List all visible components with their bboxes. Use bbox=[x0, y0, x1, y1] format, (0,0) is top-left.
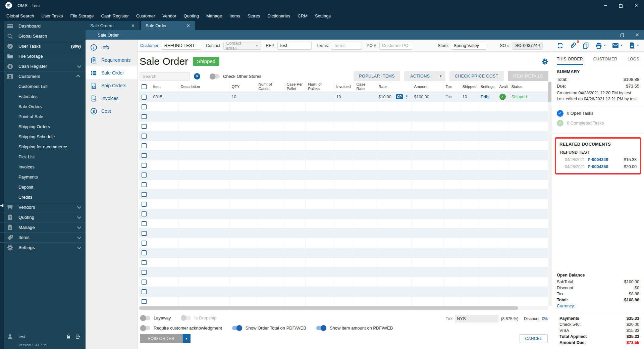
nav-item-invoices[interactable]: IN Invoices bbox=[86, 92, 137, 105]
tab-this-order[interactable]: THIS ORDER bbox=[557, 57, 583, 65]
scrollbar-thumb[interactable] bbox=[548, 82, 551, 102]
tab-close-icon[interactable]: ✕ bbox=[186, 23, 190, 28]
tab-logs[interactable]: LOGS bbox=[628, 57, 639, 65]
row-checkbox[interactable] bbox=[142, 289, 147, 294]
terms-input[interactable] bbox=[331, 42, 362, 50]
row-checkbox[interactable] bbox=[142, 134, 147, 139]
sidebar-item-customers-list[interactable]: Customers List bbox=[0, 81, 86, 91]
sidebar-item-payments[interactable]: Payments bbox=[0, 172, 86, 182]
completed-tasks-item[interactable]: ✓ 0 Completed Tasks bbox=[557, 120, 639, 127]
sidebar-item-user-tasks[interactable]: User Tasks (809) bbox=[0, 41, 86, 51]
row-checkbox[interactable] bbox=[142, 241, 147, 246]
sidebar-item-point-of-sale[interactable]: Point of Sale bbox=[0, 111, 86, 121]
item-details-button[interactable]: ITEM DETAILS bbox=[508, 71, 548, 81]
menu-customer[interactable]: Customer bbox=[132, 13, 159, 18]
row-checkbox[interactable] bbox=[142, 280, 147, 285]
nav-item-info[interactable]: Info bbox=[86, 41, 137, 54]
sidebar-collapse-arrow[interactable]: ◀ bbox=[0, 203, 3, 208]
chevron-down-icon[interactable]: ▼ bbox=[182, 334, 191, 343]
grid-settings-gear-icon[interactable] bbox=[541, 58, 548, 65]
menu-stores[interactable]: Stores bbox=[244, 13, 264, 18]
sidebar-item-quoting[interactable]: ? Quoting bbox=[0, 212, 86, 222]
copy-icon[interactable] bbox=[582, 42, 589, 49]
row-checkbox[interactable] bbox=[142, 143, 147, 148]
menu-settings[interactable]: Settings bbox=[311, 13, 334, 18]
sidebar-item-file-storage[interactable]: File Storage bbox=[0, 51, 86, 61]
sidebar-item-shipping-orders[interactable]: Shipping Orders bbox=[0, 121, 86, 132]
row-checkbox[interactable] bbox=[142, 95, 147, 100]
vertical-scrollbar[interactable] bbox=[548, 82, 552, 306]
sidebar-item-dashboard[interactable]: Dashboard bbox=[0, 21, 86, 31]
actions-button[interactable]: ACTIONS ▼ bbox=[404, 71, 445, 81]
nav-item-requirements[interactable]: Requirements bbox=[86, 54, 137, 66]
void-order-button[interactable]: VOID ORDER ▼ bbox=[140, 334, 191, 343]
row-checkbox[interactable] bbox=[142, 221, 147, 226]
is-dropship-toggle[interactable] bbox=[181, 316, 191, 320]
row-checkbox[interactable] bbox=[142, 260, 147, 265]
minimize-button[interactable] bbox=[598, 0, 613, 11]
menu-dictionaries[interactable]: Dictionaries bbox=[264, 13, 294, 18]
nav-item-ship-orders[interactable]: SH Ship Orders bbox=[86, 79, 137, 92]
check-price-cost-button[interactable]: CHECK PRICE COST bbox=[449, 71, 504, 81]
sidebar-item-global-search[interactable]: Global Search bbox=[0, 31, 86, 41]
row-checkbox[interactable] bbox=[142, 163, 147, 168]
row-checkbox[interactable] bbox=[142, 114, 147, 119]
menu-items[interactable]: Items bbox=[226, 13, 244, 18]
menu-global-search[interactable]: Global Search bbox=[3, 13, 38, 18]
edit-settings-link[interactable]: Edit bbox=[481, 94, 489, 99]
currency-link[interactable]: Currency: bbox=[557, 304, 639, 308]
nav-item-cost[interactable]: $ Cost bbox=[86, 105, 137, 117]
search-input[interactable] bbox=[140, 72, 190, 81]
logout-icon[interactable] bbox=[75, 334, 81, 340]
row-checkbox[interactable] bbox=[142, 211, 147, 216]
store-input[interactable] bbox=[451, 42, 486, 50]
attachment-icon[interactable]: 0 bbox=[570, 42, 577, 49]
close-button[interactable]: ✕ bbox=[629, 0, 644, 11]
row-checkbox[interactable] bbox=[142, 172, 147, 178]
check-other-stores-toggle[interactable] bbox=[210, 74, 220, 79]
row-menu-dots-icon[interactable]: ⋮ bbox=[405, 94, 409, 99]
row-checkbox[interactable] bbox=[142, 299, 147, 304]
require-ack-toggle[interactable] bbox=[140, 326, 150, 330]
export-document-icon[interactable]: ▼ bbox=[629, 42, 639, 49]
sidebar-item-customers[interactable]: Customers bbox=[0, 71, 86, 81]
menu-crm[interactable]: CRM bbox=[294, 13, 311, 18]
row-checkbox[interactable] bbox=[142, 124, 147, 129]
row-checkbox[interactable] bbox=[142, 153, 147, 158]
menu-cash-register[interactable]: Cash Register bbox=[98, 13, 132, 18]
show-order-total-toggle[interactable] bbox=[232, 326, 242, 330]
sidebar-item-estimates[interactable]: Estimates bbox=[0, 91, 86, 101]
scrollbar-thumb[interactable] bbox=[139, 306, 518, 310]
sidebar-item-pick-list[interactable]: Pick List bbox=[0, 152, 86, 162]
inner-close-button[interactable]: ✕ bbox=[634, 32, 641, 38]
open-tasks-item[interactable]: ✓ 0 Open Tasks bbox=[557, 110, 639, 117]
sidebar-item-sale-orders[interactable]: Sale Orders bbox=[0, 101, 86, 111]
row-checkbox[interactable] bbox=[142, 182, 147, 187]
row-checkbox[interactable] bbox=[142, 202, 147, 207]
row-checkbox[interactable] bbox=[142, 250, 147, 255]
tax-input[interactable] bbox=[455, 315, 498, 322]
customer-label[interactable]: Customer: bbox=[140, 43, 160, 48]
menu-user-tasks[interactable]: User Tasks bbox=[38, 13, 66, 18]
sidebar-item-shipping-ecommerce[interactable]: Shipping for e-commerce bbox=[0, 142, 86, 152]
menu-vendor[interactable]: Vendor bbox=[159, 13, 180, 18]
show-item-amount-toggle[interactable] bbox=[316, 326, 326, 330]
row-checkbox[interactable] bbox=[142, 104, 147, 109]
tab-close-icon[interactable]: ✕ bbox=[131, 23, 135, 28]
sidebar-item-manage[interactable]: Manage bbox=[0, 222, 86, 232]
cell-qty[interactable]: 10 bbox=[229, 92, 256, 102]
select-all-checkbox[interactable] bbox=[142, 84, 147, 89]
cp-badge[interactable]: CP bbox=[396, 94, 403, 99]
cell-tax[interactable]: Tax bbox=[443, 92, 460, 102]
horizontal-scrollbar[interactable] bbox=[139, 306, 548, 310]
row-checkbox[interactable] bbox=[142, 270, 147, 275]
lock-icon[interactable] bbox=[66, 334, 71, 339]
sidebar-item-credits[interactable]: Credits bbox=[0, 192, 86, 202]
doc-number-link[interactable]: P-0004250 bbox=[588, 164, 608, 169]
sidebar-item-deposit[interactable]: Deposit bbox=[0, 182, 86, 192]
doc-number-link[interactable]: P-0004249 bbox=[588, 157, 608, 162]
tab-customer[interactable]: CUSTOMER bbox=[593, 57, 618, 65]
popular-items-button[interactable]: POPULAR ITEMS bbox=[354, 71, 400, 81]
sidebar-item-cash-register[interactable]: $ Cash Register bbox=[0, 61, 86, 71]
layaway-toggle[interactable] bbox=[140, 316, 150, 320]
